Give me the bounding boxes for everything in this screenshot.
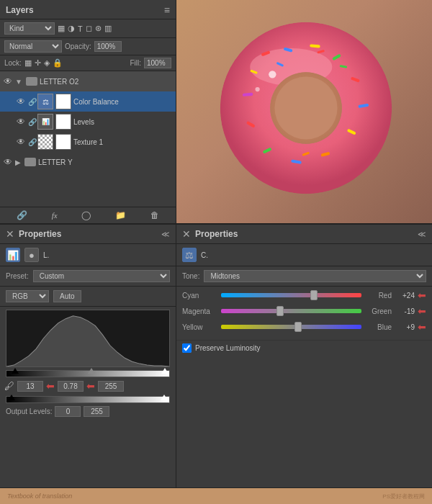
link-icon[interactable]: 🔗 (17, 210, 27, 220)
expand-arrow-y[interactable]: ▶ (15, 158, 21, 166)
cyan-label: Cyan (182, 292, 218, 300)
levels-collapse-icon[interactable]: ≪ (161, 230, 170, 239)
properties-levels-panel: ✕ Properties ≪ 📊 ● L. Preset: Custom RGB… (0, 223, 176, 504)
cb-icon-btn[interactable]: ⚖ (182, 248, 197, 262)
eye-icon-ly[interactable]: 👁 (3, 157, 13, 167)
svg-point-24 (274, 76, 337, 139)
layers-footer: 🔗 fx ◯ 📁 🗑 (0, 207, 176, 223)
lock-pixels-icon[interactable]: ▦ (24, 58, 32, 68)
layer-row-levels[interactable]: 👁 🔗 📊 Levels (0, 112, 176, 132)
layer-row-texture[interactable]: 👁 🔗 Texture 1 (0, 132, 176, 152)
midpoint-handle[interactable] (88, 368, 95, 374)
layer-name-tx: Texture 1 (73, 138, 173, 146)
lock-label: Lock: (4, 59, 22, 67)
rgb-select[interactable]: RGB (6, 290, 49, 302)
opacity-label: Opacity: (65, 42, 91, 50)
smart-icon: ⊛ (95, 24, 102, 33)
prop-levels-header: ✕ Properties ≪ (0, 225, 176, 244)
levels-icon-btn[interactable]: 📊 (6, 248, 20, 262)
layer-name-letter-y: LETTER Y (38, 158, 173, 166)
opacity-input[interactable] (94, 41, 122, 52)
output-black-input[interactable] (55, 406, 81, 417)
prop-levels-title: Properties (19, 229, 61, 239)
output-black-handle[interactable] (8, 395, 15, 400)
cb-close-icon[interactable]: ✕ (182, 228, 191, 240)
levels-eyedropper-black[interactable]: 🖋 (4, 380, 14, 392)
bottom-section: ✕ Properties ≪ 📊 ● L. Preset: Custom RGB… (0, 223, 432, 504)
fill-label: Fill: (130, 59, 141, 67)
output-label-row: Output Levels: (0, 405, 176, 418)
magenta-track (221, 309, 361, 313)
cyan-arrow: ⬅ (418, 289, 426, 301)
layer-row-letter-y[interactable]: 👁 ▶ LETTER Y (0, 152, 176, 172)
tone-select[interactable]: Midtones Shadows Highlights (204, 270, 426, 282)
expand-arrow[interactable]: ▼ (15, 78, 22, 86)
levels-circle-btn[interactable]: ● (24, 248, 39, 262)
white-point-handle[interactable] (161, 368, 168, 374)
prop-cb-header: ✕ Properties ≪ (176, 225, 432, 244)
adjustment-icon: ◑ (68, 24, 75, 33)
layer-thumb-cb: ⚖ (37, 94, 53, 109)
cyan-red-slider[interactable] (221, 289, 361, 301)
auto-button[interactable]: Auto (53, 290, 81, 302)
donut-area (176, 0, 432, 223)
mask-icon[interactable]: ◯ (81, 210, 91, 220)
chain-icon-lv: 🔗 (28, 118, 35, 126)
watermark-text: Textbook of translation (7, 492, 72, 500)
layer-thumb-tx (37, 134, 53, 150)
magenta-green-slider[interactable] (221, 305, 361, 317)
black-point-handle[interactable] (12, 368, 19, 374)
levels-black-input[interactable] (17, 381, 43, 392)
output-white-input[interactable] (84, 406, 109, 417)
folder-icon-y (24, 158, 36, 166)
layer-name-cb: Color Balance (73, 98, 173, 106)
yellow-arrow: ⬅ (418, 321, 426, 333)
layers-menu-icon[interactable]: ≡ (164, 4, 170, 16)
levels-mid-input[interactable] (58, 381, 84, 392)
layer-row-color-balance[interactable]: 👁 🔗 ⚖ Color Balance (0, 91, 176, 112)
eye-icon[interactable]: 👁 (3, 76, 13, 86)
svg-point-21 (269, 71, 276, 78)
preserve-checkbox[interactable] (182, 343, 192, 353)
levels-close-icon[interactable]: ✕ (6, 228, 14, 240)
preset-label: Preset: (6, 272, 29, 280)
yellow-value: +9 (395, 323, 415, 331)
eye-icon-tx[interactable]: 👁 (16, 137, 26, 147)
prop-levels-icon-row: 📊 ● L. (0, 244, 176, 266)
layers-panel: Layers ≡ Kind ▦ ◑ T ◻ ⊛ ▥ Normal Opacity… (0, 0, 176, 223)
kind-select[interactable]: Kind (4, 22, 55, 35)
yellow-blue-slider[interactable] (221, 321, 361, 333)
layer-row-letter-o2[interactable]: 👁 ▼ LETTER O2 (0, 71, 176, 91)
folder-btn-icon[interactable]: 📁 (115, 210, 126, 220)
green-label: Green (364, 307, 392, 315)
preset-select[interactable]: Custom (33, 270, 170, 282)
cyan-value: +24 (395, 292, 415, 300)
levels-white-input[interactable] (98, 381, 124, 392)
site-watermark: PS爱好者教程网 (382, 492, 425, 500)
layers-list: 👁 ▼ LETTER O2 👁 🔗 ⚖ Color Balance 👁 🔗 📊 (0, 71, 176, 207)
properties-colorbal-panel: ✕ Properties ≪ ⚖ C. Tone: Midtones Shado… (176, 223, 432, 504)
magenta-thumb[interactable] (276, 306, 284, 316)
levels-arrow-1: ⬅ (46, 380, 55, 392)
output-white-handle[interactable] (161, 395, 168, 400)
eye-icon-cb[interactable]: 👁 (16, 96, 26, 107)
eye-icon-lv[interactable]: 👁 (16, 117, 26, 127)
cyan-track (221, 293, 361, 297)
cyan-thumb[interactable] (310, 290, 318, 300)
yellow-label: Yellow (182, 323, 218, 331)
layers-toolbar: Kind ▦ ◑ T ◻ ⊛ ▥ (0, 19, 176, 38)
lock-artboard-icon[interactable]: ◈ (44, 58, 50, 68)
layer-name-letter-o2: LETTER O2 (40, 78, 173, 86)
blue-label: Blue (364, 323, 392, 331)
fx-icon[interactable]: fx (52, 211, 58, 220)
yellow-thumb[interactable] (294, 322, 302, 332)
lock-all-icon[interactable]: 🔒 (53, 58, 63, 68)
lock-row: Lock: ▦ ✛ ◈ 🔒 Fill: (0, 55, 176, 71)
fill-input[interactable] (144, 58, 171, 68)
lock-position-icon[interactable]: ✛ (35, 58, 41, 68)
blend-mode-select[interactable]: Normal (4, 40, 62, 53)
delete-icon[interactable]: 🗑 (150, 210, 159, 220)
histogram-area (6, 310, 170, 367)
cb-collapse-icon[interactable]: ≪ (418, 230, 426, 239)
lock-icons: ▦ ✛ ◈ 🔒 (24, 58, 63, 68)
